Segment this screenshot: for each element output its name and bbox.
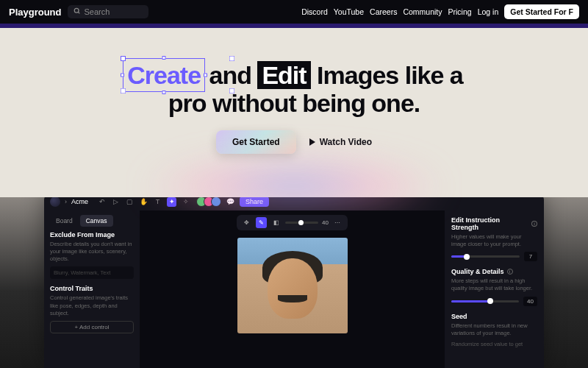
right-sidebar: Edit Instruction Strength i Higher value… (445, 210, 544, 368)
nav-login[interactable]: Log in (478, 7, 499, 16)
brush-icon[interactable]: ✎ (256, 217, 267, 228)
info-icon[interactable]: i (507, 269, 513, 275)
strength-title: Edit Instruction Strength i (451, 216, 537, 231)
generated-image[interactable] (237, 238, 348, 333)
hero-headline: Create and Edit Images like a pro withou… (0, 61, 588, 117)
randomize-hint: Randomize seed value to get (451, 341, 537, 348)
slider-thumb-icon (487, 298, 493, 304)
control-desc: Control generated image's traits like po… (50, 294, 134, 316)
watch-video-button[interactable]: Watch Video (309, 137, 372, 147)
brand-logo[interactable]: Playground (9, 7, 62, 18)
tab-board[interactable]: Board (50, 215, 79, 227)
floating-toolbar: ✥ ✎ ◧ 40 ⋯ (237, 215, 348, 230)
selection-handle-icon (121, 74, 124, 77)
collaborator-avatars[interactable] (199, 197, 221, 207)
hero-section: Create and Edit Images like a pro withou… (0, 28, 588, 197)
frame-icon[interactable]: ▢ (125, 197, 135, 207)
tab-canvas[interactable]: Canvas (80, 215, 113, 227)
exclude-title: Exclude From Image (50, 231, 134, 238)
svg-line-1 (78, 12, 79, 13)
hand-icon[interactable]: ✋ (139, 197, 148, 207)
control-title: Control Traits (50, 285, 134, 292)
text-icon[interactable]: T (153, 197, 162, 207)
watch-video-label: Watch Video (320, 137, 372, 147)
avatar (211, 197, 221, 207)
image-content (278, 295, 307, 302)
quality-label: Quality & Details (451, 268, 504, 275)
app-window: › Acme ↶ ▷ ▢ ✋ T ✦ ✧ 💬 Share Board Ca (44, 193, 544, 368)
add-control-button[interactable]: + Add control (50, 321, 134, 333)
create-text: Create (127, 61, 201, 89)
slider-thumb-icon (464, 254, 470, 260)
nav-pricing[interactable]: Pricing (448, 7, 472, 16)
app-preview-wrap: › Acme ↶ ▷ ▢ ✋ T ✦ ✧ 💬 Share Board Ca (0, 197, 588, 368)
comment-icon[interactable]: 💬 (226, 197, 235, 207)
sidebar-tabs: Board Canvas (50, 215, 134, 227)
selection-handle-icon (204, 74, 207, 77)
info-icon[interactable]: i (531, 221, 537, 227)
svg-point-0 (74, 8, 79, 13)
brush-size-slider[interactable] (285, 222, 318, 224)
quality-slider[interactable]: 40 (451, 297, 537, 306)
nav-community[interactable]: Community (403, 7, 442, 16)
headline-and: and (203, 61, 257, 89)
headline-line2: pro without being one. (168, 89, 420, 117)
exclude-desc: Describe details you don't want in your … (50, 241, 134, 263)
sparkle-icon[interactable]: ✧ (181, 197, 190, 207)
app-logo-icon[interactable] (50, 197, 60, 207)
search-icon (74, 7, 81, 16)
quality-value: 40 (523, 297, 537, 306)
exclude-input[interactable]: Blurry, Watermark, Text (50, 266, 134, 279)
headline-word-create: Create (125, 61, 203, 89)
image-content (268, 258, 318, 319)
brush-size-value: 40 (322, 219, 329, 226)
quality-desc: More steps will result in a high quality… (451, 277, 537, 292)
magic-icon[interactable]: ✦ (167, 197, 176, 207)
cursor-icon[interactable]: ▷ (111, 197, 121, 207)
undo-icon[interactable]: ↶ (97, 197, 107, 207)
selection-handle-icon (162, 56, 166, 60)
search-placeholder: Search (85, 7, 110, 16)
seed-desc: Different numbers result in new variatio… (451, 322, 537, 337)
slider-thumb-icon (298, 220, 304, 225)
seed-title: Seed (451, 313, 537, 320)
canvas-area[interactable]: ✥ ✎ ◧ 40 ⋯ (140, 210, 445, 368)
breadcrumb-current[interactable]: Acme (71, 198, 88, 205)
more-icon[interactable]: ⋯ (332, 217, 343, 228)
top-navbar: Playground Search Discord YouTube Career… (0, 0, 588, 24)
get-started-button[interactable]: Get Started (216, 130, 296, 154)
breadcrumb-sep: › (65, 198, 67, 205)
strength-slider[interactable]: 7 (451, 252, 537, 261)
play-icon (309, 138, 315, 146)
nav-youtube[interactable]: YouTube (334, 7, 364, 16)
hero-buttons: Get Started Watch Video (0, 130, 588, 154)
search-input[interactable]: Search (68, 5, 148, 18)
headline-rest1: Images like a (311, 61, 463, 89)
left-sidebar: Board Canvas Exclude From Image Describe… (44, 210, 140, 368)
strength-desc: Higher values will make your image close… (451, 233, 537, 248)
quality-title: Quality & Details i (451, 268, 537, 275)
nav-discord[interactable]: Discord (301, 7, 328, 16)
get-started-free-button[interactable]: Get Started For F (504, 4, 579, 19)
selection-handle-icon (162, 91, 166, 94)
strength-value: 7 (524, 252, 537, 261)
strength-label: Edit Instruction Strength (451, 216, 528, 231)
eraser-icon[interactable]: ◧ (270, 217, 282, 228)
headline-word-edit: Edit (257, 61, 310, 89)
move-icon[interactable]: ✥ (241, 217, 252, 228)
share-button[interactable]: Share (240, 197, 269, 207)
nav-careers[interactable]: Careers (370, 7, 397, 16)
app-body: Board Canvas Exclude From Image Describe… (44, 210, 544, 368)
